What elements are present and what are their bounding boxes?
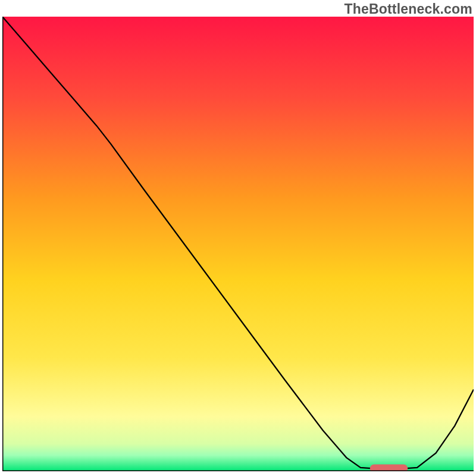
gradient-bg	[2, 17, 474, 471]
watermark-label: TheBottleneck.com	[344, 1, 472, 17]
plot-area	[2, 17, 474, 471]
chart-stage: TheBottleneck.com	[0, 0, 476, 476]
chart-svg	[2, 17, 474, 471]
min-marker	[370, 465, 408, 472]
